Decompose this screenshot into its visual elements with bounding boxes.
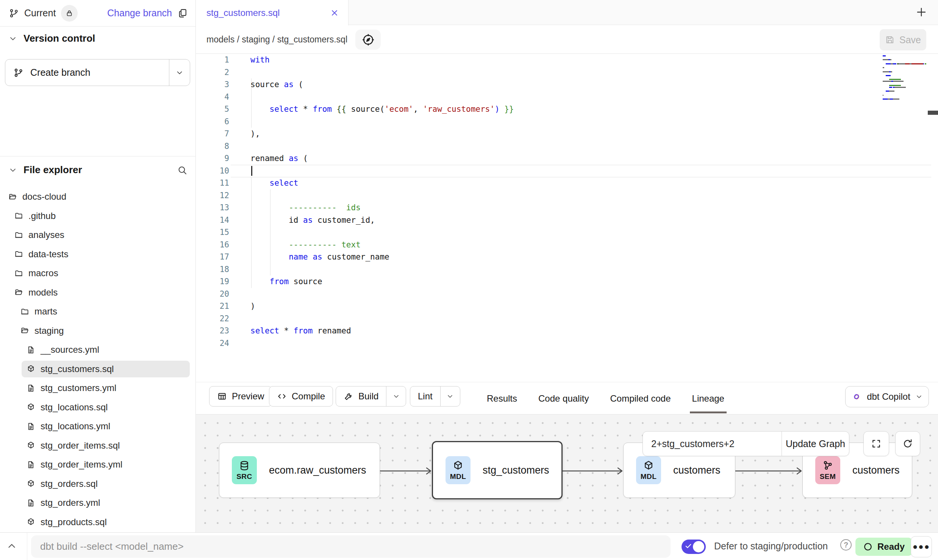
tree-item-stg-customers-sql[interactable]: stg_customers.sql xyxy=(0,360,195,379)
tab-results[interactable]: Results xyxy=(487,382,517,415)
tree-item-analyses[interactable]: analyses xyxy=(0,225,195,245)
tree-item-models[interactable]: models xyxy=(0,283,195,302)
folder-icon xyxy=(20,307,29,316)
build-button[interactable]: Build xyxy=(336,386,386,406)
lineage-node-stg-customers[interactable]: MDLstg_customers xyxy=(432,441,563,499)
chevron-down-icon xyxy=(8,34,17,43)
tab-compiled-code[interactable]: Compiled code xyxy=(610,382,671,415)
chevron-down-icon xyxy=(915,393,923,400)
more-options-button[interactable]: ●●● xyxy=(911,536,932,557)
tree-item-stg-orders-sql[interactable]: stg_orders.sql xyxy=(0,474,195,494)
file-explorer-header[interactable]: File explorer xyxy=(8,164,188,176)
dbt-copilot-label: dbt Copilot xyxy=(867,391,910,402)
change-branch-link[interactable]: Change branch xyxy=(107,8,172,19)
tree-item-label: stg_order_items.yml xyxy=(41,459,122,470)
tab-lineage[interactable]: Lineage xyxy=(692,382,724,415)
preview-button[interactable]: Preview xyxy=(209,386,272,407)
file-icon xyxy=(27,384,35,393)
tree-item-marts[interactable]: marts xyxy=(0,302,195,321)
tree-item-stg-orders-yml[interactable]: stg_orders.yml xyxy=(0,493,195,513)
dbt-command-input[interactable] xyxy=(31,535,671,558)
version-control-header[interactable]: Version control xyxy=(8,33,95,44)
tab-code-quality[interactable]: Code quality xyxy=(538,382,589,415)
code-token: ( xyxy=(294,80,303,89)
lineage-panel[interactable]: SRCecom.raw_customersMDLstg_customersMDL… xyxy=(196,414,938,532)
new-tab-button[interactable] xyxy=(915,6,927,18)
tree-item-stg-locations-sql[interactable]: stg_locations.sql xyxy=(0,398,195,417)
folder-icon xyxy=(14,211,23,220)
line-number: 19 xyxy=(196,275,229,288)
folder-icon xyxy=(14,231,23,239)
update-graph-button[interactable]: Update Graph xyxy=(782,432,849,456)
copy-icon[interactable] xyxy=(177,8,188,19)
code-token: ) xyxy=(250,302,255,311)
node-badge-mdl: MDL xyxy=(446,456,471,484)
line-number: 16 xyxy=(196,239,229,251)
lint-dropdown[interactable] xyxy=(440,386,460,406)
node-badge-sem: SEM xyxy=(815,456,840,484)
copilot-compass-button[interactable] xyxy=(355,30,381,50)
code-token: select xyxy=(270,178,299,188)
tree-item-stg-locations-yml[interactable]: stg_locations.yml xyxy=(0,417,195,436)
tree-item-label: stg_locations.sql xyxy=(41,402,108,413)
create-branch-button[interactable]: Create branch xyxy=(5,59,169,86)
command-bar: Defer to staging/production ? Ready ●●● xyxy=(0,532,938,560)
code-token: with xyxy=(250,55,270,64)
tab-stg-customers-sql[interactable]: stg_customers.sql xyxy=(196,0,349,25)
code-editor[interactable]: 1with23source as (45 select * from {{ so… xyxy=(196,54,938,382)
defer-toggle[interactable] xyxy=(682,540,706,554)
lineage-selector-input[interactable] xyxy=(643,432,782,456)
code-token: ), xyxy=(250,129,260,138)
lineage-edge xyxy=(735,467,802,475)
code-token xyxy=(250,105,270,114)
tree-item--github[interactable]: .github xyxy=(0,206,195,226)
tree-item--sources-yml[interactable]: __sources.yml xyxy=(0,340,195,360)
code-line-9: renamed as ( xyxy=(250,152,308,165)
chevron-down-icon xyxy=(392,393,400,400)
close-icon[interactable] xyxy=(330,8,339,17)
line-number: 11 xyxy=(196,177,229,189)
tree-item-staging[interactable]: staging xyxy=(0,321,195,341)
build-dropdown[interactable] xyxy=(386,386,406,406)
code-token: ---------- ids xyxy=(289,203,361,212)
line-number: 1 xyxy=(196,54,229,66)
tab-title: stg_customers.sql xyxy=(206,8,330,18)
compile-button[interactable]: Compile xyxy=(269,386,333,407)
code-token: 'raw_customers' xyxy=(423,105,495,114)
semantic-icon xyxy=(822,460,833,471)
dbt-copilot-button[interactable]: dbt Copilot xyxy=(845,386,929,407)
scrollbar-thumb[interactable] xyxy=(928,111,938,115)
node-label: stg_customers xyxy=(483,465,549,476)
tree-item-docs-cloud[interactable]: docs-cloud xyxy=(0,187,195,206)
code-token: source xyxy=(250,80,284,89)
save-button[interactable]: Save xyxy=(880,29,926,50)
lint-button[interactable]: Lint xyxy=(410,386,440,406)
node-badge-src: SRC xyxy=(232,456,257,484)
lineage-node-ecom-raw-customers[interactable]: SRCecom.raw_customers xyxy=(219,443,380,498)
refresh-button[interactable] xyxy=(895,431,920,456)
line-number: 17 xyxy=(196,251,229,263)
tree-item-data-tests[interactable]: data-tests xyxy=(0,245,195,264)
tree-item-macros[interactable]: macros xyxy=(0,264,195,283)
database-icon xyxy=(239,460,250,471)
create-branch-dropdown[interactable] xyxy=(169,59,190,86)
file-icon xyxy=(27,422,35,431)
file-icon xyxy=(27,346,35,354)
save-label: Save xyxy=(899,34,921,45)
collapse-button[interactable] xyxy=(6,540,17,552)
code-line-13: ---------- ids xyxy=(250,202,361,214)
tree-item-stg-products-sql[interactable]: stg_products.sql xyxy=(0,513,195,532)
compile-label: Compile xyxy=(292,391,325,402)
code-line-5: select * from {{ source('ecom', 'raw_cus… xyxy=(250,103,514,116)
tree-item-stg-customers-yml[interactable]: stg_customers.yml xyxy=(0,379,195,398)
help-icon[interactable]: ? xyxy=(840,539,852,551)
tree-item-label: analyses xyxy=(28,230,64,240)
tree-item-stg-order-items-yml[interactable]: stg_order_items.yml xyxy=(0,455,195,474)
lineage-edge xyxy=(380,467,432,475)
fullscreen-button[interactable] xyxy=(863,431,889,456)
line-number: 20 xyxy=(196,288,229,300)
search-icon[interactable] xyxy=(177,165,188,175)
code-token: * xyxy=(298,105,313,114)
tree-item-stg-order-items-sql[interactable]: stg_order_items.sql xyxy=(0,436,195,455)
code-token: select xyxy=(270,105,299,114)
